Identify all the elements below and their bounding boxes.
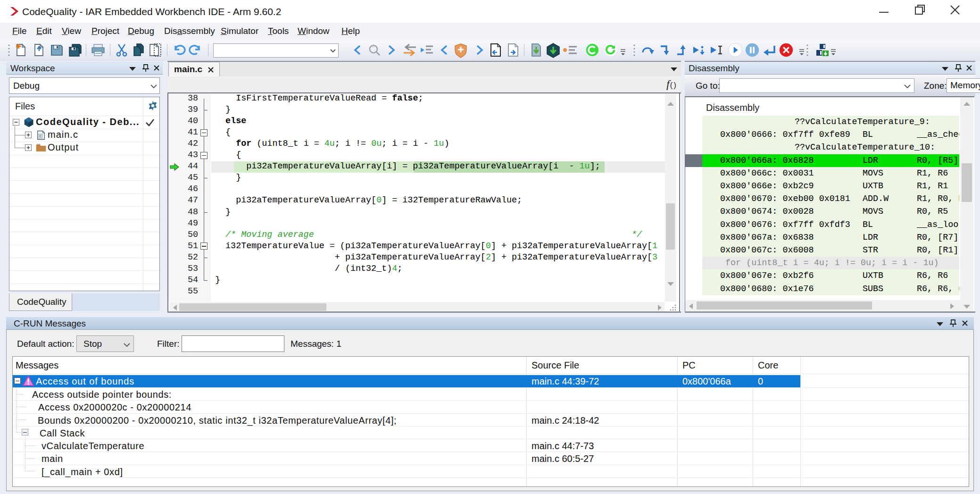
svg-text:c: c bbox=[40, 134, 42, 138]
